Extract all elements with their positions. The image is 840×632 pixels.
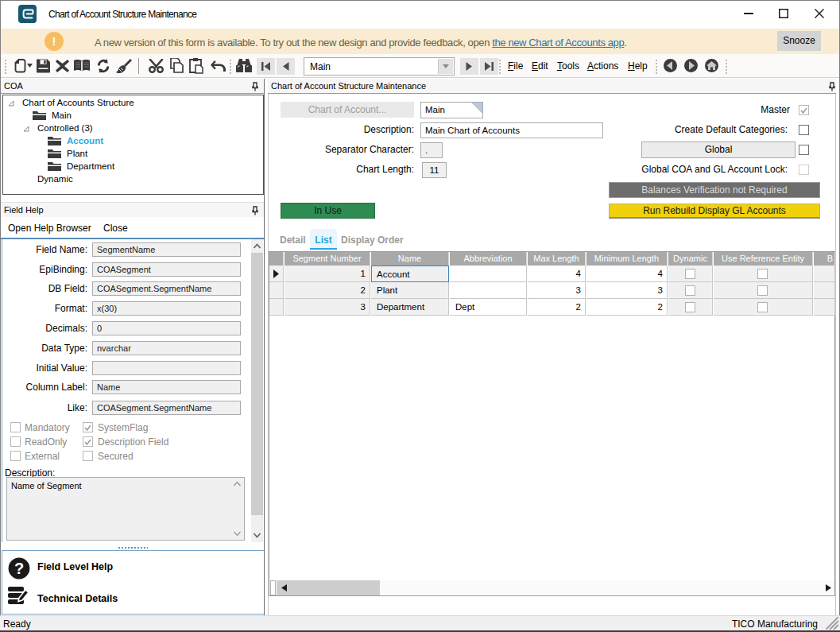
svg-text:?: ? (14, 560, 24, 577)
